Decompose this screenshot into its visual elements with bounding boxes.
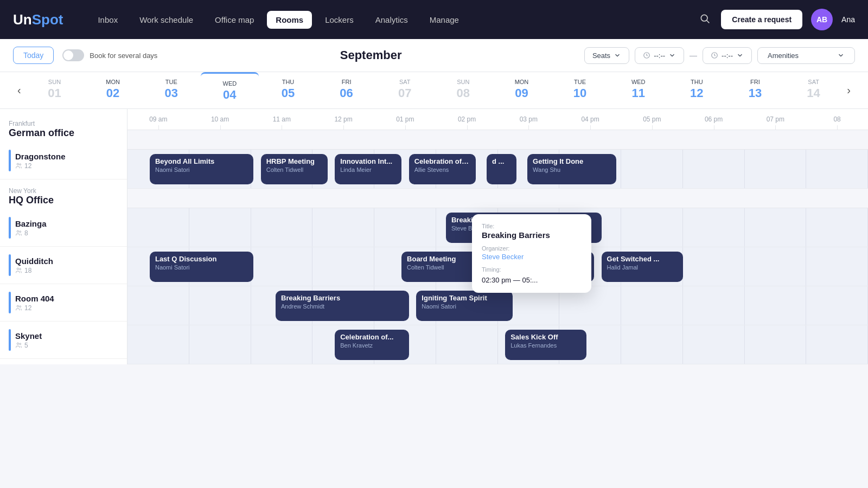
- day-col-10[interactable]: Tue 10: [551, 72, 609, 108]
- time-header: 09 am10 am11 am12 pm01 pm02 pm03 pm04 pm…: [127, 109, 868, 130]
- grid-line: [683, 208, 745, 247]
- nav-right: Create a request AB Ana: [697, 9, 855, 30]
- event-block[interactable]: Last Q Discussion Naomi Satori: [150, 252, 253, 282]
- office-sub: Frankfurt: [9, 120, 118, 127]
- month-title: September: [166, 48, 576, 62]
- day-col-09[interactable]: Mon 09: [493, 72, 551, 108]
- navbar: UnSpot Inbox Work schedule Office map Ro…: [0, 0, 868, 39]
- time-slot: 02 pm: [436, 115, 498, 123]
- time-slot: 01 pm: [374, 115, 436, 123]
- room-capacity: 5: [15, 342, 118, 349]
- nav-rooms[interactable]: Rooms: [267, 11, 312, 29]
- tooltip-title-label: Title:: [482, 223, 582, 229]
- nav-inbox[interactable]: Inbox: [89, 11, 126, 29]
- day-col-04[interactable]: Wed 04: [201, 72, 259, 108]
- office-name: German office: [9, 127, 118, 139]
- grid-line: [127, 286, 189, 325]
- event-block[interactable]: Celebration of Sue... Allie Stevens: [409, 154, 476, 184]
- event-block[interactable]: Innovation Int... Linda Meier: [335, 154, 401, 184]
- office-name: HQ Office: [9, 195, 118, 206]
- nav-manage[interactable]: Manage: [421, 11, 468, 29]
- day-col-07[interactable]: Sat 07: [375, 72, 434, 108]
- event-block[interactable]: Celebration of... Ben Kravetz: [335, 330, 409, 360]
- grid-line: [312, 247, 374, 286]
- day-col-02[interactable]: Mon 02: [84, 72, 142, 108]
- toggle-label: Book for several days: [90, 52, 157, 60]
- event-title: Igniting Team Spirit: [422, 294, 507, 302]
- day-col-03[interactable]: Tue 03: [142, 72, 201, 108]
- user-name: Ana: [841, 15, 855, 24]
- day-col-08[interactable]: Sun 08: [434, 72, 493, 108]
- event-block[interactable]: Getting It Done Wang Shu: [527, 154, 616, 184]
- nav-analytics[interactable]: Analytics: [367, 11, 417, 29]
- tooltip-organizer[interactable]: Steve Becker: [482, 253, 582, 261]
- time-slot: 09 am: [127, 115, 189, 123]
- room-capacity: 12: [15, 304, 118, 312]
- event-block[interactable]: HRBP Meeting Colten Tidwell: [261, 154, 328, 184]
- grid-row: Celebration of... Ben KravetzSales Kick …: [127, 325, 868, 364]
- room-indicator: [9, 217, 11, 239]
- grid-line: [189, 286, 251, 325]
- event-title: Celebration of Sue...: [414, 157, 470, 165]
- time-from-filter[interactable]: --:--: [635, 47, 684, 64]
- room-name: Quidditch: [15, 256, 118, 266]
- event-block[interactable]: Beyond All Limits Naomi Satori: [150, 154, 253, 184]
- event-block[interactable]: Get Switched ... Halid Jamal: [602, 252, 683, 282]
- time-slot: 05 pm: [621, 115, 683, 123]
- event-organizer: Ben Kravetz: [340, 342, 404, 349]
- day-col-12[interactable]: Thu 12: [668, 72, 726, 108]
- today-button[interactable]: Today: [13, 47, 54, 64]
- book-several-days-toggle[interactable]: [62, 49, 84, 61]
- event-title: Getting It Done: [533, 157, 611, 165]
- room-name: Room 404: [15, 294, 118, 303]
- event-block[interactable]: Breaking Barriers Andrew Schmidt: [276, 291, 409, 321]
- prev-week-button[interactable]: ‹: [13, 75, 25, 105]
- day-col-05[interactable]: Thu 05: [259, 72, 317, 108]
- event-title: Breaking Barriers: [281, 294, 404, 302]
- grid-line: [745, 247, 807, 286]
- grid-line: [621, 325, 683, 364]
- event-organizer: Lukas Fernandes: [510, 342, 581, 349]
- toolbar: Today Book for several days September Se…: [0, 39, 868, 72]
- next-week-button[interactable]: ›: [843, 75, 855, 105]
- grid-line: [621, 286, 683, 325]
- main-layout: Frankfurt German office Dragonstone 12 N…: [0, 109, 868, 364]
- tooltip-timing: 02:30 pm — 05:...: [482, 276, 582, 284]
- day-col-13[interactable]: Fri 13: [726, 72, 784, 108]
- seats-label: Seats: [592, 52, 610, 60]
- grid-line: [683, 286, 745, 325]
- nav-lockers[interactable]: Lockers: [316, 11, 362, 29]
- svg-point-7: [20, 231, 21, 233]
- tooltip-title: Breaking Barriers: [482, 230, 582, 240]
- time-slot: 10 am: [189, 115, 251, 123]
- grid-line: [683, 325, 745, 364]
- time-to-placeholder: --:--: [722, 52, 733, 60]
- grid-line: [127, 325, 189, 364]
- grid-line: [251, 208, 313, 247]
- seats-filter[interactable]: Seats: [584, 47, 629, 64]
- search-button[interactable]: [697, 11, 712, 29]
- time-slot: 08: [806, 115, 868, 123]
- amenities-filter[interactable]: Amenities: [757, 47, 855, 64]
- nav-office-map[interactable]: Office map: [206, 11, 263, 29]
- room-info: Dragonstone 12: [15, 152, 118, 170]
- day-col-11[interactable]: Wed 11: [609, 72, 668, 108]
- event-block[interactable]: d ...: [487, 154, 516, 184]
- event-organizer: Andrew Schmidt: [281, 303, 404, 310]
- day-col-06[interactable]: Fri 06: [317, 72, 376, 108]
- create-request-button[interactable]: Create a request: [721, 10, 802, 29]
- event-block[interactable]: Igniting Team Spirit Naomi Satori: [416, 291, 512, 321]
- day-col-14[interactable]: Sat 14: [784, 72, 843, 108]
- room-info: Quidditch 18: [15, 256, 118, 274]
- time-to-filter[interactable]: --:--: [703, 47, 752, 64]
- event-title: Innovation Int...: [340, 157, 396, 165]
- time-slot: 06 pm: [683, 115, 745, 123]
- grid-line: [127, 208, 189, 247]
- event-block[interactable]: Sales Kick Off Lukas Fernandes: [505, 330, 586, 360]
- svg-point-8: [17, 268, 18, 269]
- day-col-01[interactable]: Sun 01: [25, 72, 84, 108]
- svg-point-11: [20, 306, 21, 307]
- event-organizer: Halid Jamal: [607, 264, 678, 271]
- logo-spot: Spot: [32, 11, 63, 28]
- nav-work-schedule[interactable]: Work schedule: [131, 11, 202, 29]
